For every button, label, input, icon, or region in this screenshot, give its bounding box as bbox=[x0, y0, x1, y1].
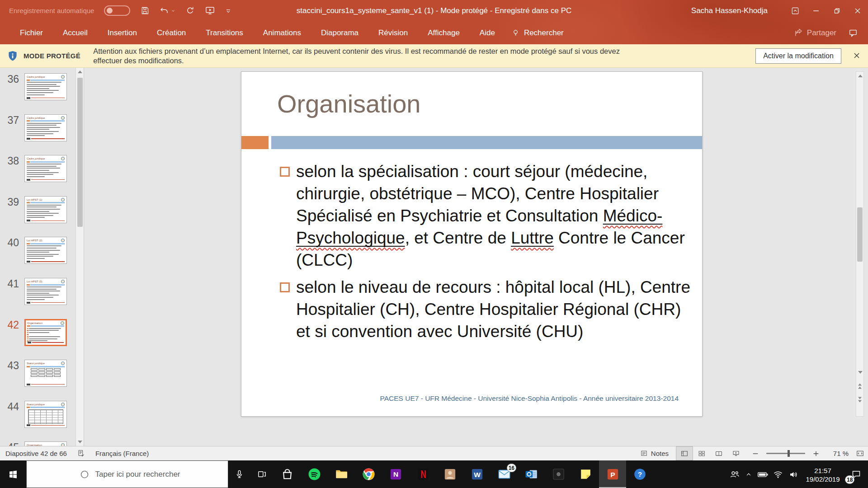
redo-icon[interactable] bbox=[185, 6, 195, 15]
banner-close-icon[interactable] bbox=[852, 51, 862, 61]
notes-button[interactable]: Notes bbox=[640, 450, 669, 457]
bullet-paragraph: selon le niveau de recours : hôpital loc… bbox=[279, 276, 699, 343]
help-icon[interactable]: ? bbox=[626, 460, 653, 488]
proofing-status-icon[interactable] bbox=[77, 449, 85, 458]
netflix-icon[interactable] bbox=[409, 460, 436, 488]
hidden-icons-chevron-icon[interactable] bbox=[742, 460, 755, 488]
comments-icon[interactable] bbox=[848, 28, 858, 38]
quick-access-toolbar: Enregistrement automatique bbox=[9, 0, 231, 21]
next-slide-button[interactable] bbox=[856, 394, 863, 404]
action-center-icon[interactable]: 18 bbox=[844, 460, 868, 488]
restore-button[interactable] bbox=[826, 0, 847, 21]
slide-sorter-view-button[interactable] bbox=[693, 446, 710, 460]
reading-view-button[interactable] bbox=[710, 446, 727, 460]
slide-thumbnail-39[interactable]: 39 Loi HPST (1) bbox=[0, 195, 76, 224]
battery-icon[interactable] bbox=[755, 460, 770, 488]
undo-icon[interactable] bbox=[160, 6, 175, 15]
misspelled-word: Luttre bbox=[511, 229, 554, 247]
slide-thumbnail-45[interactable]: 45 Organisation bbox=[0, 441, 76, 446]
tab-aide[interactable]: Aide bbox=[470, 21, 505, 44]
clock[interactable]: 21:57 19/02/2019 bbox=[801, 465, 844, 483]
slide-thumbnail-41[interactable]: 41 Loi HPST (3) bbox=[0, 277, 76, 306]
previous-slide-button[interactable] bbox=[856, 381, 863, 391]
zoom-level[interactable]: 71 % bbox=[827, 450, 849, 457]
tab-insertion[interactable]: Insertion bbox=[98, 21, 147, 44]
slide-thumbnail-40[interactable]: 40 Loi HPST (2) bbox=[0, 236, 76, 265]
tab-fichier[interactable]: Fichier bbox=[10, 21, 53, 44]
editor-scrollbar[interactable] bbox=[856, 71, 864, 417]
darkapp-icon[interactable] bbox=[545, 460, 572, 488]
chrome-icon[interactable] bbox=[355, 460, 382, 488]
tab-affichage[interactable]: Affichage bbox=[418, 21, 470, 44]
tab-creation[interactable]: Création bbox=[147, 21, 196, 44]
thumbnail-preview: Statut juridique bbox=[24, 401, 67, 428]
tab-diaporama[interactable]: Diaporama bbox=[311, 21, 368, 44]
store-icon[interactable] bbox=[274, 460, 301, 488]
titlebar: Enregistrement automatique staccini_cour… bbox=[0, 0, 868, 21]
start-slideshow-icon[interactable] bbox=[205, 5, 215, 16]
tab-revision[interactable]: Révision bbox=[368, 21, 418, 44]
slide-canvas[interactable]: Organisation selon la spécialisation : c… bbox=[241, 71, 703, 417]
scroll-down-icon[interactable] bbox=[76, 438, 84, 446]
volume-icon[interactable] bbox=[786, 460, 801, 488]
close-button[interactable] bbox=[847, 0, 868, 21]
search-placeholder: Taper ici pour rechercher bbox=[95, 470, 180, 479]
slide-thumbnail-43[interactable]: 43 Statut juridique bbox=[0, 359, 76, 388]
slide-thumbnail-36[interactable]: 36 Cadre juridique bbox=[0, 72, 76, 101]
tab-transitions[interactable]: Transitions bbox=[196, 21, 253, 44]
ribbon-display-options-icon[interactable] bbox=[785, 0, 806, 21]
word-icon[interactable]: W bbox=[463, 460, 491, 488]
thumbnail-scrollbar[interactable] bbox=[75, 68, 84, 446]
zoom-slider-thumb[interactable] bbox=[788, 450, 790, 457]
powerpoint-icon[interactable]: P bbox=[599, 460, 626, 488]
slide-thumbnail-37[interactable]: 37 Cadre juridique bbox=[0, 113, 76, 142]
tab-accueil[interactable]: Accueil bbox=[53, 21, 98, 44]
slide-position[interactable]: Diapositive 42 de 66 bbox=[5, 450, 67, 457]
autosave-toggle[interactable] bbox=[104, 5, 130, 16]
account-name[interactable]: Sacha Hassen-Khodja bbox=[691, 6, 768, 15]
microphone-icon[interactable] bbox=[228, 460, 250, 488]
mail-icon[interactable]: 16 bbox=[491, 460, 518, 488]
tab-animations[interactable]: Animations bbox=[253, 21, 311, 44]
slide-thumbnail-44[interactable]: 44 Statut juridique bbox=[0, 400, 76, 429]
slide-thumbnail-38[interactable]: 38 Cadre juridique bbox=[0, 154, 76, 183]
thumbnail-panel: 36 Cadre juridique 37 Cadre juridique 38… bbox=[0, 68, 84, 446]
slideshow-view-button[interactable] bbox=[727, 446, 745, 460]
autosave-label: Enregistrement automatique bbox=[9, 7, 94, 14]
scroll-down-icon[interactable] bbox=[856, 368, 864, 376]
enable-editing-button[interactable]: Activer la modification bbox=[755, 48, 841, 64]
spotify-icon[interactable] bbox=[301, 460, 328, 488]
language-selector[interactable]: Français (France) bbox=[95, 450, 149, 457]
share-button[interactable]: Partager bbox=[794, 28, 836, 38]
task-view-icon[interactable] bbox=[250, 460, 274, 488]
start-button[interactable] bbox=[0, 460, 26, 488]
shield-info-icon bbox=[6, 50, 19, 62]
zoom-in-icon[interactable] bbox=[812, 450, 820, 457]
ribbon-tabs: FichierAccueilInsertionCréationTransitio… bbox=[0, 21, 868, 44]
minimize-button[interactable] bbox=[806, 0, 826, 21]
scrollbar-thumb[interactable] bbox=[857, 207, 863, 262]
normal-view-button[interactable] bbox=[676, 446, 693, 460]
fit-to-window-icon[interactable] bbox=[856, 449, 864, 458]
photos-icon[interactable] bbox=[436, 460, 463, 488]
zoom-slider[interactable] bbox=[766, 453, 805, 454]
search-label: Rechercher bbox=[524, 28, 564, 38]
explorer-icon[interactable] bbox=[328, 460, 355, 488]
slide-footer: PACES UE7 - UFR Médecine - Université Ni… bbox=[380, 394, 679, 403]
tell-me-search[interactable]: Rechercher bbox=[511, 28, 564, 38]
people-icon[interactable] bbox=[727, 460, 742, 488]
scroll-up-icon[interactable] bbox=[76, 68, 84, 76]
outlook-icon[interactable] bbox=[518, 460, 545, 488]
search-input[interactable]: Taper ici pour rechercher bbox=[26, 460, 228, 488]
customize-qat-icon[interactable] bbox=[225, 8, 231, 14]
zoom-out-icon[interactable] bbox=[752, 450, 759, 457]
taskbar: Taper ici pour rechercher NW16P? 21:57 1… bbox=[0, 460, 868, 488]
network-icon[interactable] bbox=[770, 460, 786, 488]
save-icon[interactable] bbox=[140, 6, 150, 15]
accent-bar-orange bbox=[241, 136, 269, 149]
sticky-icon[interactable] bbox=[572, 460, 599, 488]
slide-thumbnail-42[interactable]: 42 Organisation bbox=[0, 318, 76, 347]
scroll-up-icon[interactable] bbox=[856, 72, 864, 80]
onenote-icon[interactable]: N bbox=[382, 460, 409, 488]
scrollbar-thumb[interactable] bbox=[77, 78, 83, 227]
